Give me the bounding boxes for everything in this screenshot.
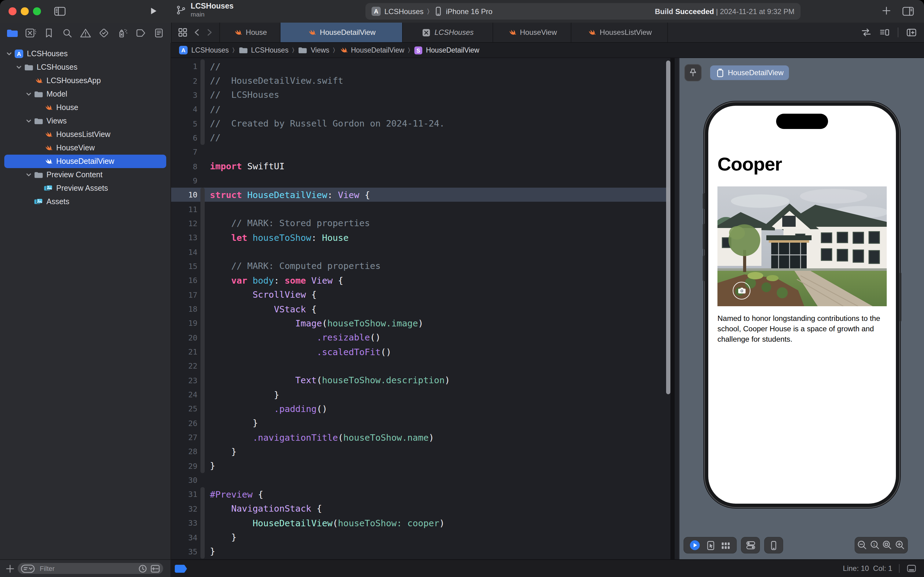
line-number[interactable]: 13 xyxy=(171,233,197,242)
line-number[interactable]: 8 xyxy=(171,162,197,171)
breakpoints-navigator-icon[interactable] xyxy=(134,26,147,39)
preview-target-chip[interactable]: HouseDetailView xyxy=(710,65,789,80)
line-number[interactable]: 7 xyxy=(171,147,197,156)
code-line-2[interactable]: 2// HouseDetailView.swift xyxy=(171,74,670,88)
preview-variants-button[interactable] xyxy=(721,541,731,550)
line-number[interactable]: 19 xyxy=(171,319,197,328)
preview-device-button[interactable] xyxy=(769,540,779,550)
line-number[interactable]: 28 xyxy=(171,447,197,456)
code-line-15[interactable]: 15// MARK: Computed properties xyxy=(171,259,670,274)
zoom-fit-button[interactable] xyxy=(882,540,893,551)
code-line-21[interactable]: 21.scaledToFit() xyxy=(171,345,670,359)
close-window-button[interactable] xyxy=(8,7,16,15)
go-back-icon[interactable] xyxy=(193,28,200,37)
related-items-icon[interactable] xyxy=(178,27,188,37)
line-number[interactable]: 2 xyxy=(171,76,197,85)
source-control-navigator-icon[interactable] xyxy=(24,26,37,39)
code-line-23[interactable]: 23Text(houseToShow.description) xyxy=(171,373,670,387)
run-destination-project[interactable]: LCSHouses xyxy=(385,7,423,16)
sidebar-item-HouseDetailView[interactable]: HouseDetailView xyxy=(4,155,166,168)
line-number[interactable]: 25 xyxy=(171,405,197,414)
line-number[interactable]: 35 xyxy=(171,547,197,556)
code-line-22[interactable]: 22 xyxy=(171,359,670,373)
activity-status-pill[interactable]: A LCSHouses 〉 iPhone 16 Pro Build Succee… xyxy=(365,3,800,19)
line-number[interactable]: 21 xyxy=(171,347,197,356)
line-number[interactable]: 3 xyxy=(171,90,197,100)
line-number[interactable]: 1 xyxy=(171,62,197,71)
bookmarks-navigator-icon[interactable] xyxy=(42,26,56,39)
tab-House[interactable]: House xyxy=(219,23,280,42)
scheme-area[interactable]: LCSHouses main xyxy=(176,2,233,18)
code-line-7[interactable]: 7 xyxy=(171,145,670,159)
code-line-12[interactable]: 12// MARK: Stored properties xyxy=(171,216,670,231)
line-number[interactable]: 15 xyxy=(171,262,197,271)
code-line-6[interactable]: 6// xyxy=(171,131,670,145)
sidebar-item-Preview-Assets[interactable]: Preview Assets xyxy=(4,182,166,195)
disclosure-chevron-icon[interactable] xyxy=(24,91,33,97)
code-line-25[interactable]: 25.padding() xyxy=(171,402,670,416)
disclosure-chevron-icon[interactable] xyxy=(14,64,23,70)
zoom-100-button[interactable]: 1 xyxy=(869,540,880,551)
line-number[interactable]: 32 xyxy=(171,504,197,513)
preview-selectable-button[interactable] xyxy=(705,540,715,550)
sidebar-item-Views[interactable]: Views xyxy=(4,114,166,128)
line-number[interactable]: 11 xyxy=(171,205,197,214)
code-line-19[interactable]: 19Image(houseToShow.image) xyxy=(171,316,670,330)
line-number[interactable]: 20 xyxy=(171,333,197,342)
preview-screen[interactable]: Cooper xyxy=(708,106,896,504)
pin-preview-button[interactable] xyxy=(684,64,702,81)
code-line-18[interactable]: 18VStack { xyxy=(171,302,670,316)
code-line-32[interactable]: 32NavigationStack { xyxy=(171,501,670,516)
line-number[interactable]: 9 xyxy=(171,176,197,185)
breakpoints-toggle-icon[interactable] xyxy=(174,564,188,572)
code-line-24[interactable]: 24} xyxy=(171,387,670,402)
reports-navigator-icon[interactable] xyxy=(152,26,166,39)
line-number[interactable]: 23 xyxy=(171,376,197,385)
disclosure-chevron-icon[interactable] xyxy=(24,118,33,124)
code-line-33[interactable]: 33HouseDetailView(houseToShow: cooper) xyxy=(171,516,670,530)
code-line-14[interactable]: 14 xyxy=(171,245,670,259)
line-col-indicator[interactable]: Line: 10 Col: 1 xyxy=(843,564,892,573)
zoom-in-button[interactable] xyxy=(895,540,906,551)
toggle-right-sidebar-icon[interactable] xyxy=(902,5,914,17)
sidebar-item-House[interactable]: House xyxy=(4,101,166,114)
sidebar-item-Model[interactable]: Model xyxy=(4,87,166,101)
code-line-35[interactable]: 35} xyxy=(171,544,670,559)
editor-scrollbar[interactable] xyxy=(666,61,670,394)
find-navigator-icon[interactable] xyxy=(61,26,74,39)
tests-navigator-icon[interactable] xyxy=(97,26,111,39)
minimize-window-button[interactable] xyxy=(21,7,28,15)
filter-field[interactable] xyxy=(18,563,163,574)
preview-live-button[interactable] xyxy=(689,540,700,551)
code-line-27[interactable]: 27.navigationTitle(houseToShow.name) xyxy=(171,430,670,445)
jumpbar-item-LCSHouses[interactable]: LCSHouses xyxy=(238,45,288,55)
code-line-1[interactable]: 1// xyxy=(171,59,670,74)
recent-files-icon[interactable] xyxy=(138,564,147,573)
filter-input[interactable] xyxy=(39,564,135,573)
add-editor-icon[interactable] xyxy=(906,27,917,37)
jumpbar-item-HouseDetailView[interactable]: SHouseDetailView xyxy=(414,45,480,55)
zoom-window-button[interactable] xyxy=(33,7,41,15)
jumpbar-item-LCSHouses[interactable]: ALCSHouses xyxy=(179,45,229,55)
jumpbar-item-HouseDetailView[interactable]: HouseDetailView xyxy=(339,45,404,55)
line-number[interactable]: 16 xyxy=(171,276,197,285)
code-line-16[interactable]: 16var body: some View { xyxy=(171,273,670,288)
code-line-9[interactable]: 9 xyxy=(171,174,670,188)
code-line-29[interactable]: 29} xyxy=(171,459,670,473)
line-number[interactable]: 6 xyxy=(171,133,197,142)
code-line-20[interactable]: 20.resizable() xyxy=(171,330,670,345)
line-number[interactable]: 22 xyxy=(171,361,197,371)
tab-HousesListView[interactable]: HousesListView xyxy=(571,23,668,42)
sidebar-item-LCSHouses[interactable]: ALCSHouses xyxy=(4,47,166,61)
project-navigator-icon[interactable] xyxy=(5,26,19,39)
preview-device-settings-button[interactable] xyxy=(745,540,756,550)
disclosure-chevron-icon[interactable] xyxy=(5,51,13,57)
code-line-28[interactable]: 28} xyxy=(171,445,670,459)
zoom-out-button[interactable] xyxy=(857,540,868,551)
line-number[interactable]: 30 xyxy=(171,475,197,485)
code-line-11[interactable]: 11 xyxy=(171,202,670,216)
code-line-5[interactable]: 5// Created by Russell Gordon on 2024-11… xyxy=(171,116,670,131)
line-number[interactable]: 14 xyxy=(171,247,197,256)
line-number[interactable]: 18 xyxy=(171,305,197,314)
toggle-left-sidebar-icon[interactable] xyxy=(54,5,66,17)
